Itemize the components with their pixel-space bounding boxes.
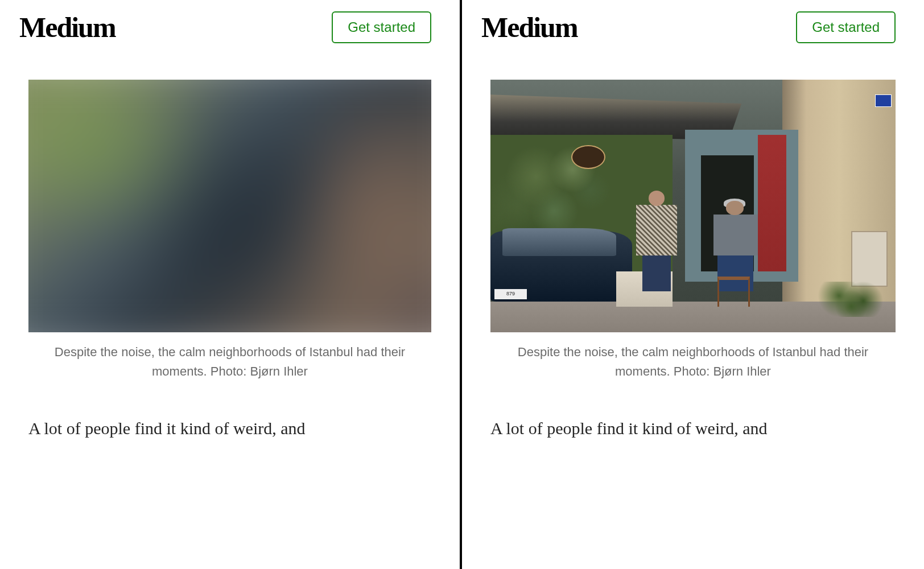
article-paragraph: A lot of people find it kind of weird, a… xyxy=(490,415,896,442)
article-content: cities all my life, I decided to buy a s… xyxy=(490,0,896,442)
site-header: Medium Get started xyxy=(462,0,924,54)
article-figure: Despite the noise, the calm neighborhood… xyxy=(28,80,431,381)
article-panel-sharp: Medium Get started cities all my life, I… xyxy=(462,0,924,569)
article-image-sharp: 879 xyxy=(490,80,896,332)
article-panel-blurred: Medium Get started cities all my life, I… xyxy=(0,0,462,569)
site-header: Medium Get started xyxy=(0,0,460,54)
license-plate: 879 xyxy=(494,289,527,299)
image-caption: Despite the noise, the calm neighborhood… xyxy=(28,343,431,381)
article-image-blurred xyxy=(28,80,431,332)
medium-logo[interactable]: Medium xyxy=(481,11,578,44)
image-caption: Despite the noise, the calm neighborhood… xyxy=(490,343,896,381)
article-paragraph: A lot of people find it kind of weird, a… xyxy=(28,415,431,442)
article-figure: 879 Despite the noise, the calm neighbor… xyxy=(490,80,896,381)
get-started-button[interactable]: Get started xyxy=(796,11,896,43)
get-started-button[interactable]: Get started xyxy=(332,11,431,43)
article-content: cities all my life, I decided to buy a s… xyxy=(28,0,431,442)
medium-logo[interactable]: Medium xyxy=(19,11,116,44)
